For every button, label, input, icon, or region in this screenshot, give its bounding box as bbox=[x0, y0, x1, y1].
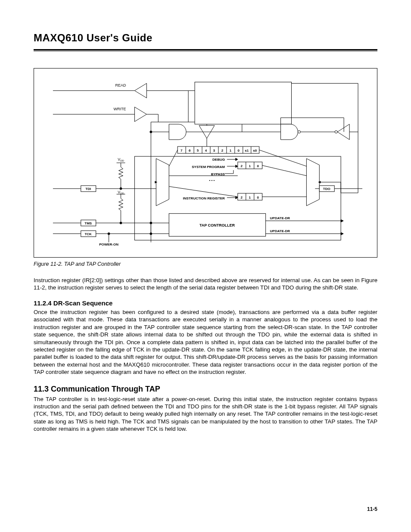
svg-marker-68 bbox=[156, 159, 169, 206]
svg-line-73 bbox=[259, 150, 307, 166]
power-on-reset-label: POWER-ONRESET bbox=[99, 243, 118, 247]
svg-marker-57 bbox=[236, 165, 238, 168]
read-label: READ bbox=[115, 83, 126, 87]
vdd1-label: VDD bbox=[118, 157, 124, 162]
paragraph-1: Instruction register (IR[2:0]) settings … bbox=[34, 277, 377, 292]
tck-label: TCK bbox=[85, 232, 92, 236]
tap-diagram-svg: READ WRITE 7 6 5 4 3 2 1 0 s1 s0 DEBUG S… bbox=[40, 75, 371, 247]
svg-line-72 bbox=[169, 187, 238, 197]
tdi-label: TDI bbox=[85, 187, 91, 191]
bits-3a-row: 2 1 0 bbox=[238, 162, 262, 169]
svg-rect-10 bbox=[195, 82, 291, 124]
svg-text:s1: s1 bbox=[245, 149, 249, 152]
svg-marker-6 bbox=[134, 107, 146, 121]
svg-text:3: 3 bbox=[213, 149, 215, 152]
page-number: 11-5 bbox=[367, 506, 377, 512]
section-11-2-4-body: Once the instruction register has been c… bbox=[34, 308, 377, 376]
tms-label: TMS bbox=[84, 221, 92, 225]
page-title: MAXQ610 User's Guide bbox=[34, 32, 377, 44]
bits-3b-row: 2 1 0 bbox=[238, 193, 262, 200]
svg-text:1: 1 bbox=[230, 149, 232, 152]
svg-marker-105 bbox=[341, 233, 343, 235]
svg-text:1: 1 bbox=[249, 196, 251, 199]
svg-marker-2 bbox=[134, 83, 146, 98]
svg-text:5: 5 bbox=[197, 149, 199, 152]
system-program-label: SYSTEM PROGRAM bbox=[192, 165, 225, 169]
dots-label: • • • bbox=[209, 178, 215, 182]
svg-point-16 bbox=[335, 131, 337, 133]
instruction-register-label: INSTRUCTION REGISTER bbox=[183, 196, 225, 200]
heading-11-2-4: 11.2.4 DR-Scan Sequence bbox=[34, 299, 377, 307]
svg-marker-103 bbox=[341, 220, 343, 222]
figure-11-2: READ WRITE 7 6 5 4 3 2 1 0 s1 s0 DEBUG S… bbox=[34, 68, 377, 258]
figure-caption: Figure 11-2. TAP and TAP Controller bbox=[34, 261, 377, 267]
debug-label: DEBUG bbox=[212, 158, 225, 162]
svg-text:s0: s0 bbox=[253, 149, 257, 152]
bits-10-row: 7 6 5 4 3 2 1 0 s1 s0 bbox=[177, 146, 259, 153]
svg-text:2: 2 bbox=[241, 164, 243, 168]
title-rule bbox=[34, 49, 377, 51]
svg-text:4: 4 bbox=[205, 149, 207, 152]
svg-marker-69 bbox=[306, 159, 319, 206]
svg-text:7: 7 bbox=[181, 149, 183, 152]
svg-line-70 bbox=[169, 150, 177, 166]
svg-marker-55 bbox=[236, 158, 238, 161]
update-dr-1-label: UPDATE-DR bbox=[270, 216, 290, 220]
svg-point-26 bbox=[150, 131, 152, 133]
svg-text:6: 6 bbox=[189, 149, 191, 152]
tap-controller-label: TAP CONTROLLER bbox=[199, 223, 235, 227]
svg-line-74 bbox=[262, 165, 307, 176]
svg-marker-15 bbox=[337, 124, 349, 140]
svg-text:0: 0 bbox=[238, 149, 240, 152]
update-dr-2-label: UPDATE-DR bbox=[270, 229, 290, 233]
svg-point-85 bbox=[120, 187, 122, 190]
tdo-label: TDO bbox=[323, 187, 330, 191]
svg-text:0: 0 bbox=[257, 196, 259, 199]
heading-11-3: 11.3 Communication Through TAP bbox=[34, 385, 377, 394]
section-11-3-body: The TAP controller is in test-logic-rese… bbox=[34, 395, 377, 433]
svg-point-99 bbox=[150, 222, 152, 224]
svg-text:2: 2 bbox=[221, 149, 224, 152]
svg-point-92 bbox=[120, 222, 122, 224]
svg-text:1: 1 bbox=[249, 164, 251, 168]
svg-point-100 bbox=[150, 233, 152, 235]
svg-text:2: 2 bbox=[241, 196, 243, 199]
svg-point-14 bbox=[298, 131, 300, 133]
write-label: WRITE bbox=[114, 107, 126, 111]
vdd2-label: VDD bbox=[118, 190, 124, 195]
svg-text:0: 0 bbox=[257, 164, 259, 168]
